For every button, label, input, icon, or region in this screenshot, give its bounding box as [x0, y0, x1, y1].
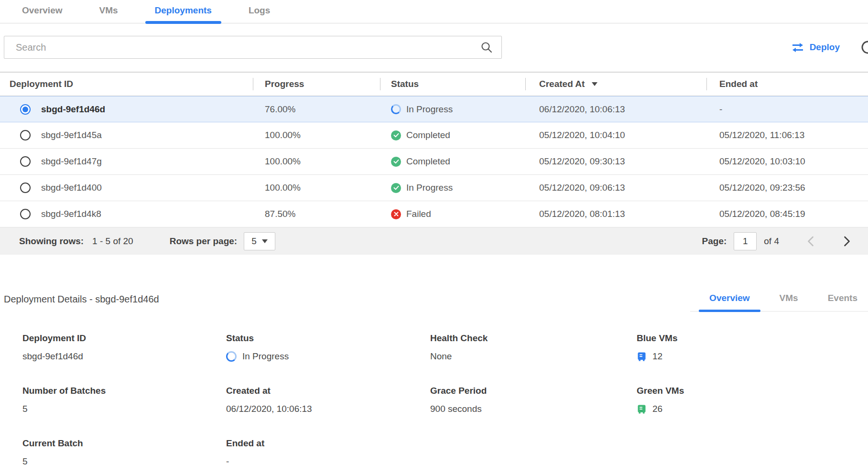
tab-vms[interactable]: VMs — [90, 0, 128, 23]
column-header-status: Status — [380, 73, 525, 96]
showing-rows-label: Showing rows: — [19, 236, 84, 247]
deployment-id: sbgd-9ef1d400 — [41, 183, 102, 193]
field-label: Number of Batches — [22, 386, 226, 396]
deployment-id: sbgd-9ef1d46d — [41, 104, 105, 115]
progress-value: 87.50% — [253, 209, 380, 219]
field-health-check: Health Check None — [430, 333, 637, 362]
details-tab-overview[interactable]: Overview — [699, 290, 760, 311]
search-input[interactable] — [16, 42, 480, 53]
field-value: 900 seconds — [430, 404, 482, 414]
deployment-id: sbgd-9ef1d4k8 — [41, 209, 101, 219]
field-number-of-batches: Number of Batches 5 — [22, 386, 226, 415]
deployment-id: sbgd-9ef1d45a — [41, 130, 102, 140]
radio-button[interactable] — [20, 156, 31, 167]
field-label: Ended at — [226, 438, 430, 449]
status-label: Failed — [406, 209, 431, 219]
ended-at-value: - — [706, 104, 868, 115]
field-value: sbgd-9ef1d46d — [22, 351, 83, 362]
deployments-table: Deployment ID Progress Status Created At… — [0, 72, 868, 255]
main-tabbar: Overview VMs Deployments Logs — [0, 0, 868, 23]
ended-at-value: 05/12/2020, 10:03:10 — [706, 156, 868, 167]
showing-rows-value: 1 - 5 of 20 — [92, 236, 133, 247]
page-controls: Page: of 4 — [702, 232, 857, 251]
column-header-created-at[interactable]: Created At — [525, 73, 706, 96]
rows-per-page-value: 5 — [251, 236, 257, 247]
status-label: In Progress — [406, 183, 453, 193]
progress-value: 76.00% — [253, 104, 380, 115]
rows-per-page-label: Rows per page: — [170, 236, 237, 247]
rows-per-page-select[interactable]: 5 — [244, 232, 275, 250]
in-progress-spinner-icon — [226, 351, 237, 362]
table-row[interactable]: sbgd-9ef1d46d 76.00% In Progress 06/12/2… — [0, 96, 868, 122]
column-header-ended-at: Ended at — [706, 73, 868, 96]
tab-deployments[interactable]: Deployments — [145, 0, 221, 23]
field-value: 12 — [652, 351, 662, 362]
field-label: Deployment ID — [22, 333, 226, 344]
status-label: Completed — [406, 130, 450, 140]
created-at-value: 05/12/2020, 09:30:13 — [525, 156, 706, 167]
next-page-icon[interactable] — [837, 232, 857, 251]
created-at-value: 06/12/2020, 10:06:13 — [525, 104, 706, 115]
radio-button[interactable] — [20, 130, 31, 140]
field-value: In Progress — [242, 351, 289, 362]
radio-button[interactable] — [20, 183, 31, 193]
green-vm-icon — [637, 404, 647, 414]
field-value: 26 — [652, 404, 662, 414]
toolbar-actions: Deploy — [791, 39, 868, 55]
created-at-label: Created At — [539, 79, 585, 89]
page-number-input[interactable] — [734, 232, 757, 250]
field-label: Status — [226, 333, 430, 344]
ended-at-value: 05/12/2020, 09:23:56 — [706, 183, 868, 193]
progress-value: 100.00% — [253, 183, 380, 193]
details-tabbar: Overview VMs Events — [690, 290, 868, 312]
blue-vm-icon — [637, 352, 647, 362]
field-label: Current Batch — [22, 438, 226, 449]
table-row[interactable]: sbgd-9ef1d4k8 87.50% Failed 05/12/2020, … — [0, 201, 868, 227]
created-at-value: 05/12/2020, 08:01:13 — [525, 209, 706, 219]
failed-x-icon — [391, 209, 401, 219]
completed-check-icon — [391, 130, 401, 140]
field-created-at: Created at 06/12/2020, 10:06:13 — [226, 386, 430, 415]
radio-button[interactable] — [20, 104, 31, 115]
deploy-button[interactable]: Deploy — [791, 42, 840, 53]
field-label: Green VMs — [637, 386, 868, 396]
field-value: 5 — [22, 456, 28, 467]
table-row[interactable]: sbgd-9ef1d400 100.00% In Progress 05/12/… — [0, 175, 868, 201]
table-row[interactable]: sbgd-9ef1d47g 100.00% Completed 05/12/20… — [0, 149, 868, 175]
previous-page-icon[interactable] — [801, 232, 820, 251]
created-at-value: 05/12/2020, 10:04:10 — [525, 130, 706, 140]
created-at-value: 05/12/2020, 09:06:13 — [525, 183, 706, 193]
field-ended-at: Ended at - — [226, 438, 430, 467]
radio-button[interactable] — [20, 209, 31, 219]
field-status: Status In Progress — [226, 333, 430, 362]
toolbar: Deploy — [4, 36, 868, 59]
tab-overview[interactable]: Overview — [12, 0, 72, 23]
details-tab-events[interactable]: Events — [817, 290, 868, 311]
search-box — [4, 36, 502, 59]
column-header-progress: Progress — [253, 73, 380, 96]
field-grace-period: Grace Period 900 seconds — [430, 386, 637, 415]
sort-desc-icon — [592, 82, 597, 86]
ended-at-value: 05/12/2020, 08:45:19 — [706, 209, 868, 219]
page-label: Page: — [702, 236, 727, 247]
ended-at-value: 05/12/2020, 11:06:13 — [706, 130, 868, 140]
in-progress-spinner-icon — [391, 104, 401, 114]
table-row[interactable]: sbgd-9ef1d45a 100.00% Completed 05/12/20… — [0, 122, 868, 149]
field-value: None — [430, 351, 452, 362]
field-deployment-id: Deployment ID sbgd-9ef1d46d — [22, 333, 226, 362]
deployment-id: sbgd-9ef1d47g — [41, 156, 102, 167]
swap-arrows-icon — [791, 43, 804, 53]
column-header-deployment-id: Deployment ID — [0, 73, 253, 96]
field-value: - — [226, 456, 229, 467]
field-blue-vms: Blue VMs 12 — [637, 333, 868, 362]
details-tab-vms[interactable]: VMs — [769, 290, 809, 311]
progress-value: 100.00% — [253, 156, 380, 167]
details-title: Deployment Details - sbgd-9ef1d46d — [4, 294, 159, 312]
refresh-icon[interactable] — [860, 39, 868, 55]
field-green-vms: Green VMs 26 — [637, 386, 868, 415]
field-current-batch: Current Batch 5 — [22, 438, 226, 467]
field-value: 5 — [22, 404, 28, 414]
details-header: Deployment Details - sbgd-9ef1d46d Overv… — [0, 290, 868, 312]
tab-logs[interactable]: Logs — [239, 0, 280, 23]
field-label: Grace Period — [430, 386, 637, 396]
